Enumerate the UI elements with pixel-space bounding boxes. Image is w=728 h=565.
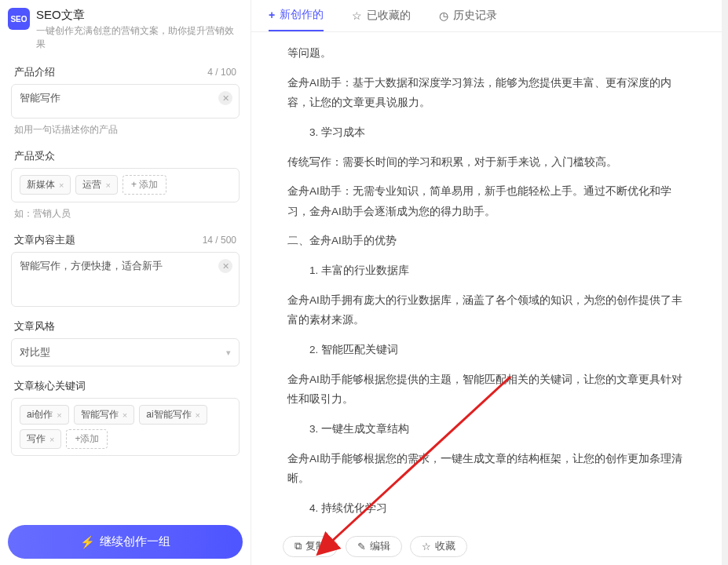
article-content: 等问题。 金舟AI助手：基于大数据和深度学习算法，能够为您提供更丰富、更有深度的… — [251, 32, 728, 531]
add-tag-button[interactable]: + 添加 — [123, 175, 166, 195]
group-audience: 产品受众 新媒体× 运营× + 添加 如：营销人员 — [3, 141, 247, 225]
edit-label: 编辑 — [370, 540, 390, 553]
count-product-intro: 4 / 100 — [207, 67, 236, 78]
article-heading: 3. 学习成本 — [287, 122, 692, 143]
plus-icon: + — [269, 9, 275, 21]
article-actions: ⧉ 复制 ✎ 编辑 ☆ 收藏 — [251, 531, 728, 565]
clock-icon: ◷ — [439, 9, 448, 22]
input-keywords[interactable]: ai创作× 智能写作× ai智能写作× 写作× +添加 — [11, 398, 240, 456]
label-style: 文章风格 — [14, 319, 55, 334]
edit-icon: ✎ — [357, 541, 366, 552]
article-line: 金舟AI助手拥有庞大的行业数据库，涵盖了各个领域的知识，为您的创作提供了丰富的素… — [287, 290, 692, 330]
scrollbar-thumb[interactable] — [723, 63, 727, 361]
tag-keyword[interactable]: ai智能写作× — [139, 405, 207, 425]
article-heading: 2. 智能匹配关键词 — [287, 340, 692, 360]
select-style-value: 对比型 — [20, 345, 50, 359]
label-product-intro: 产品介绍 — [14, 65, 55, 79]
article-heading: 1. 丰富的行业数据库 — [287, 261, 692, 281]
main-area: + 新创作的 ☆ 已收藏的 ◷ 历史记录 等问题。 金舟AI助手：基于大数据和深… — [251, 0, 728, 565]
article-heading: 4. 持续优化学习 — [287, 498, 692, 519]
bolt-icon: ⚡ — [80, 535, 95, 549]
star-icon: ☆ — [352, 9, 362, 22]
group-style: 文章风格 对比型 ▾ — [3, 312, 247, 371]
tag-audience[interactable]: 新媒体× — [20, 175, 71, 195]
remove-tag-icon[interactable]: × — [49, 435, 54, 444]
label-audience: 产品受众 — [14, 149, 55, 163]
article-heading: 3. 一键生成文章结构 — [287, 419, 692, 439]
hint-product-intro: 如用一句话描述你的产品 — [3, 118, 247, 137]
tab-history[interactable]: ◷ 历史记录 — [439, 9, 497, 31]
select-style[interactable]: 对比型 ▾ — [11, 338, 240, 366]
group-keywords: 文章核心关键词 ai创作× 智能写作× ai智能写作× 写作× +添加 — [3, 371, 247, 461]
article-line: 传统写作：需要长时间的学习和积累，对于新手来说，入门槛较高。 — [287, 152, 692, 173]
tag-audience[interactable]: 运营× — [75, 175, 117, 195]
count-topic: 14 / 500 — [203, 235, 236, 246]
app-subtitle: 一键创作充满创意的营销文案，助你提升营销效果 — [36, 24, 240, 51]
app-header: SEO SEO文章 一键创作充满创意的营销文案，助你提升营销效果 — [0, 0, 251, 57]
clear-icon[interactable]: ✕ — [218, 259, 232, 273]
remove-tag-icon[interactable]: × — [57, 410, 61, 420]
tab-label: 历史记录 — [453, 9, 497, 23]
tag-keyword[interactable]: 写作× — [20, 429, 61, 449]
fav-label: 收藏 — [435, 540, 455, 553]
add-tag-button[interactable]: +添加 — [66, 429, 108, 449]
tab-fav[interactable]: ☆ 已收藏的 — [352, 9, 411, 31]
hint-audience: 如：营销人员 — [3, 202, 247, 221]
input-topic-value: 智能写作，方便快捷，适合新手 — [20, 260, 163, 272]
copy-label: 复制 — [305, 540, 326, 553]
fav-button[interactable]: ☆ 收藏 — [410, 536, 467, 557]
copy-button[interactable]: ⧉ 复制 — [283, 536, 338, 557]
tab-new[interactable]: + 新创作的 — [269, 8, 324, 31]
article-line: 等问题。 — [287, 43, 692, 64]
input-product-intro-value: 智能写作 — [20, 92, 60, 104]
app-title: SEO文章 — [36, 8, 240, 23]
article-line: 金舟AI助手：基于大数据和深度学习算法，能够为您提供更丰富、更有深度的内容，让您… — [287, 73, 692, 113]
copy-icon: ⧉ — [294, 541, 302, 552]
group-product-intro: 产品介绍 4 / 100 智能写作 ✕ 如用一句话描述你的产品 — [3, 57, 247, 141]
tab-label: 新创作的 — [280, 8, 324, 22]
input-topic[interactable]: 智能写作，方便快捷，适合新手 ✕ — [11, 252, 240, 307]
tag-keyword[interactable]: 智能写作× — [74, 405, 134, 425]
tag-keyword[interactable]: ai创作× — [20, 405, 69, 425]
article-heading: 二、金舟AI助手的优势 — [287, 231, 692, 251]
clear-icon[interactable]: ✕ — [218, 91, 232, 105]
article-line: 金舟AI助手能够根据您提供的主题，智能匹配相关的关键词，让您的文章更具针对性和吸… — [287, 370, 692, 410]
chevron-down-icon: ▾ — [226, 348, 231, 358]
tabs: + 新创作的 ☆ 已收藏的 ◷ 历史记录 — [251, 0, 728, 32]
label-topic: 文章内容主题 — [14, 233, 75, 247]
remove-tag-icon[interactable]: × — [105, 180, 110, 190]
remove-tag-icon[interactable]: × — [123, 410, 127, 420]
remove-tag-icon[interactable]: × — [59, 180, 64, 190]
remove-tag-icon[interactable]: × — [196, 410, 200, 420]
input-audience[interactable]: 新媒体× 运营× + 添加 — [11, 168, 240, 202]
input-product-intro[interactable]: 智能写作 ✕ — [11, 84, 240, 118]
generate-button-label: 继续创作一组 — [100, 534, 170, 549]
star-icon: ☆ — [422, 541, 431, 552]
group-topic: 文章内容主题 14 / 500 智能写作，方便快捷，适合新手 ✕ — [3, 225, 247, 312]
tab-label: 已收藏的 — [367, 9, 411, 23]
edit-button[interactable]: ✎ 编辑 — [346, 536, 402, 557]
label-keywords: 文章核心关键词 — [14, 379, 86, 393]
article-line: 金舟AI助手能够根据您的需求，一键生成文章的结构框架，让您的创作更加条理清晰。 — [287, 449, 692, 489]
article-line: 金舟AI助手：无需专业知识，简单易用，新手也能轻松上手。通过不断优化和学习，金舟… — [287, 181, 692, 221]
sidebar: SEO SEO文章 一键创作充满创意的营销文案，助你提升营销效果 产品介绍 4 … — [0, 0, 251, 565]
generate-button[interactable]: ⚡ 继续创作一组 — [8, 525, 243, 559]
app-logo: SEO — [8, 8, 30, 30]
